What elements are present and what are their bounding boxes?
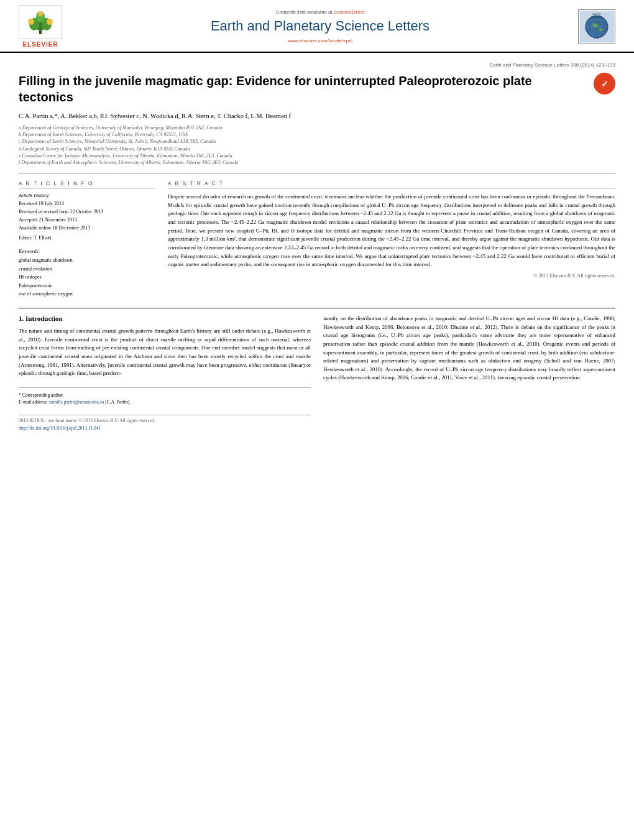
keywords-section: Keywords: global magmatic shutdown crust… [19,249,155,298]
journal-center: Contents lists available at ScienceDirec… [68,9,572,44]
keywords-label: Keywords: [19,249,155,254]
keyword-5: rise of atmospheric oxygen [19,290,155,298]
email-link[interactable]: camille.partin@umanitoba.ca [49,399,104,405]
article-title: Filling in the juvenile magmatic gap: Ev… [19,73,584,105]
svg-point-5 [28,19,34,25]
affiliation-a: a Department of Geological Sciences, Uni… [19,124,615,131]
affiliation-e: e Canadian Centre for Isotopic Microanal… [19,152,615,159]
sciencedirect-link[interactable]: ScienceDirect [334,9,364,15]
bottom-bar: 0012-821X/$ – see front matter © 2013 El… [19,415,311,423]
editor-line: Editor: T. Elliott [19,234,155,242]
issn-line: 0012-821X/$ – see front matter © 2013 El… [19,418,155,423]
keyword-2: crustal evolution [19,265,155,274]
authors-line: C.A. Partin a,*, A. Bekker a,b, P.J. Syl… [19,113,615,119]
keyword-4: Paleoproterozoic [19,282,155,290]
history-label: Article history: [19,193,155,198]
svg-text:EPSL: EPSL [594,37,599,40]
footnote-section: * Corresponding author. E-mail address: … [19,387,311,406]
journal-logo-right: EARTH PLANETARY EPSL [572,9,622,44]
affiliations: a Department of Geological Sciences, Uni… [19,124,615,166]
elsevier-logo: ELSEVIER [12,5,68,48]
accepted-date: Accepted 21 November 2013 [19,216,155,224]
abstract-col: A B S T R A C T Despite several decades … [168,180,615,298]
svg-text:PLANETARY: PLANETARY [591,16,602,19]
available-date: Available online 18 December 2013 [19,224,155,233]
sciencedirect-line: Contents lists available at ScienceDirec… [81,9,559,15]
svg-text:✓: ✓ [601,79,609,89]
article-info-col: A R T I C L E I N F O Article history: R… [19,180,155,298]
journal-header: ELSEVIER Contents lists available at Sci… [0,0,634,53]
svg-point-6 [47,19,53,25]
earth-globe-logo: EARTH PLANETARY EPSL [578,9,615,44]
abstract-label: A B S T R A C T [168,180,615,189]
page-container: ELSEVIER Contents lists available at Sci… [0,0,634,840]
elsevier-logo-image [19,5,62,39]
volume-info: Earth and Planetary Science Letters 388 … [19,62,615,68]
article-title-block: Filling in the juvenile magmatic gap: Ev… [19,73,584,113]
main-divider [19,308,615,308]
journal-title: Earth and Planetary Science Letters [81,17,559,35]
email-footnote: E-mail address: camille.partin@umanitoba… [19,399,311,405]
elsevier-label: ELSEVIER [22,41,58,48]
crossmark-badge[interactable]: ✓ [594,73,615,95]
journal-url[interactable]: www.elsevier.com/locate/epsl [81,38,559,44]
title-crossmark-container: Filling in the juvenile magmatic gap: Ev… [19,73,615,113]
abstract-text: Despite several decades of research on g… [168,193,615,269]
affiliation-f: f Department of Earth and Atmospheric Sc… [19,159,615,166]
intro-left-col: 1. Introduction The nature and timing of… [19,315,311,431]
revised-date: Received in revised form 22 October 2013 [19,208,155,216]
doi-line: http://dx.doi.org/10.1016/j.epsl.2013.11… [19,425,311,431]
svg-point-7 [38,11,43,16]
article-info-label: A R T I C L E I N F O [19,180,155,189]
introduction-section: 1. Introduction The nature and timing of… [19,315,615,431]
svg-text:EARTH: EARTH [592,12,601,16]
keyword-3: Hf isotopes [19,273,155,282]
keyword-1: global magmatic shutdown [19,256,155,265]
copyright-line: © 2013 Elsevier B.V. All rights reserved… [168,273,615,279]
info-abstract-cols: A R T I C L E I N F O Article history: R… [19,180,615,298]
received-date: Received 19 July 2013 [19,200,155,208]
divider-1 [19,173,615,174]
intro-heading: 1. Introduction [19,315,311,322]
article-body: Earth and Planetary Science Letters 388 … [0,53,634,440]
affiliation-c: c Department of Earth Sciences, Memorial… [19,138,615,145]
intro-left-text: The nature and timing of continental cru… [19,327,311,378]
doi-link[interactable]: http://dx.doi.org/10.1016/j.epsl.2013.11… [19,425,101,431]
affiliation-b: b Department of Earth Sciences, Universi… [19,131,615,138]
intro-right-text: inantly on the distribution of abundance… [323,315,615,382]
corresponding-author: * Corresponding author. [19,392,311,399]
intro-right-col: inantly on the distribution of abundance… [323,315,615,431]
affiliation-d: d Geological Survey of Canada, 601 Booth… [19,145,615,152]
